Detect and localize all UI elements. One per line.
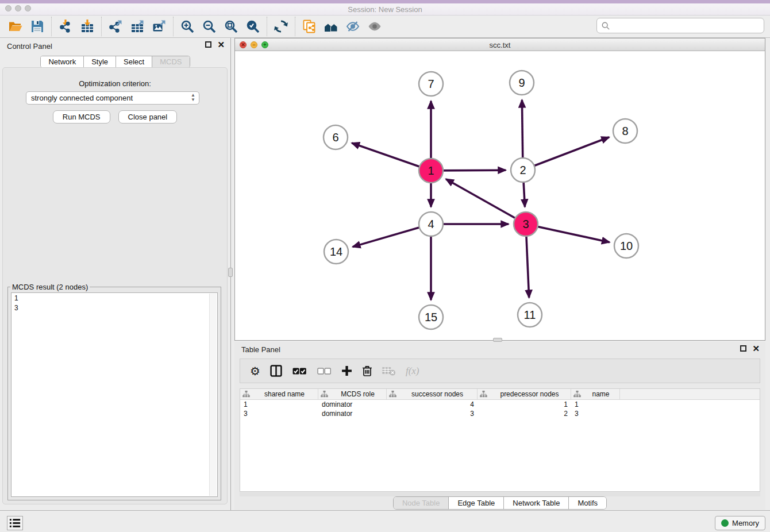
column-header-successor-nodes[interactable]: successor nodes xyxy=(387,389,478,399)
column-header-shared-name[interactable]: shared name xyxy=(240,389,318,399)
cell-MCDS-role[interactable]: dominator xyxy=(318,409,387,418)
search-icon xyxy=(602,22,610,30)
column-header-predecessor-nodes[interactable]: predecessor nodes xyxy=(478,389,571,399)
graph-node-1[interactable]: 1 xyxy=(419,159,443,183)
result-scrollbar[interactable] xyxy=(209,294,217,496)
import-table-button[interactable] xyxy=(76,17,98,36)
hierarchy-icon xyxy=(573,391,581,398)
search-input[interactable] xyxy=(613,21,759,30)
graph-node-3[interactable]: 3 xyxy=(514,212,538,236)
cell-shared-name[interactable]: 1 xyxy=(240,400,318,409)
mcds-result-group: MCDS result (2 nodes) 13 xyxy=(7,283,221,500)
edge-3-10[interactable] xyxy=(526,224,610,242)
import-network-button[interactable] xyxy=(55,17,76,36)
show-all-button[interactable] xyxy=(364,17,386,36)
export-table-icon xyxy=(130,20,144,33)
float-panel-icon[interactable] xyxy=(205,41,211,48)
table-tab-motifs[interactable]: Motifs xyxy=(569,497,606,509)
graph-node-9[interactable]: 9 xyxy=(510,71,534,95)
columns-button[interactable] xyxy=(270,365,282,377)
refresh-layout-button[interactable] xyxy=(270,17,292,36)
tab-select[interactable]: Select xyxy=(116,56,152,67)
search-field[interactable] xyxy=(596,18,764,33)
graph-node-15[interactable]: 15 xyxy=(419,305,443,329)
edge-2-8[interactable] xyxy=(523,137,609,170)
table-hscrollbar[interactable] xyxy=(240,492,760,496)
float-table-panel-icon[interactable] xyxy=(740,345,746,352)
cell-predecessor-nodes[interactable]: 2 xyxy=(478,409,571,418)
graph-node-11[interactable]: 11 xyxy=(518,303,542,327)
graph-node-8[interactable]: 8 xyxy=(613,119,637,143)
network-canvas[interactable]: 7968124314101511 xyxy=(235,51,765,340)
mcds-result-list[interactable]: 13 xyxy=(11,292,218,497)
memory-button[interactable]: Memory xyxy=(715,516,765,530)
graph-node-4[interactable]: 4 xyxy=(419,212,443,236)
run-mcds-button[interactable]: Run MCDS xyxy=(53,110,110,124)
node-table: shared nameMCDS rolesuccessor nodesprede… xyxy=(240,388,760,492)
column-header-name[interactable]: name xyxy=(571,389,620,399)
hierarchy-icon xyxy=(480,391,487,398)
cell-MCDS-role[interactable]: dominator xyxy=(318,400,387,409)
close-panel-button[interactable]: Close panel xyxy=(118,110,178,124)
cell-successor-nodes[interactable]: 3 xyxy=(387,409,478,418)
task-history-button[interactable] xyxy=(7,516,23,530)
export-table-button[interactable] xyxy=(126,17,148,36)
export-network-button[interactable] xyxy=(105,17,126,36)
gear-button[interactable]: ⚙ xyxy=(250,364,260,378)
cell-predecessor-nodes[interactable]: 1 xyxy=(478,400,571,409)
graph-node-2[interactable]: 2 xyxy=(511,158,535,182)
table-toolbar: ⚙f(x) xyxy=(240,358,760,383)
select-all-button[interactable] xyxy=(292,367,307,375)
delete-row-button[interactable] xyxy=(362,365,372,377)
close-table-panel-icon[interactable]: ✕ xyxy=(752,345,760,352)
memory-status-icon xyxy=(721,519,729,527)
window-title: Session: New Session xyxy=(0,5,770,14)
svg-text:10: 10 xyxy=(620,240,633,252)
zoom-out-button[interactable] xyxy=(198,17,220,36)
add-row-icon xyxy=(341,365,352,376)
table-row[interactable]: 3dominator323 xyxy=(240,409,760,418)
cell-name[interactable]: 1 xyxy=(571,400,620,409)
table-tab-node-table[interactable]: Node Table xyxy=(394,497,449,509)
table-tab-network-table[interactable]: Network Table xyxy=(504,497,569,509)
table-tab-edge-table[interactable]: Edge Table xyxy=(449,497,504,509)
table-row[interactable]: 1dominator411 xyxy=(240,400,760,409)
graph-node-7[interactable]: 7 xyxy=(419,72,443,96)
open-session-icon xyxy=(9,20,22,33)
horizontal-splitter-grip[interactable] xyxy=(493,338,502,342)
zoom-in-button[interactable] xyxy=(176,17,198,36)
close-panel-icon[interactable]: ✕ xyxy=(217,41,225,48)
tab-network[interactable]: Network xyxy=(41,56,84,67)
graph-node-14[interactable]: 14 xyxy=(324,240,348,264)
column-header-MCDS-role[interactable]: MCDS role xyxy=(318,389,387,399)
tab-mcds[interactable]: MCDS xyxy=(152,56,189,67)
graph-node-6[interactable]: 6 xyxy=(324,125,348,149)
optimization-criterion-select[interactable]: strongly connected component ▲▼ xyxy=(26,91,199,105)
tab-style[interactable]: Style xyxy=(84,56,116,67)
zoom-selected-button[interactable] xyxy=(242,17,264,36)
zoom-fit-button[interactable] xyxy=(220,17,242,36)
optimization-criterion-value: strongly connected component xyxy=(31,94,133,102)
hierarchy-icon xyxy=(389,391,396,398)
delete-table-button[interactable] xyxy=(382,366,396,376)
save-session-icon xyxy=(30,20,44,33)
function-button[interactable]: f(x) xyxy=(406,365,419,377)
export-image-button[interactable] xyxy=(148,17,170,36)
add-row-button[interactable] xyxy=(341,365,352,376)
new-network-from-selection-button[interactable] xyxy=(298,17,320,36)
cell-name[interactable]: 3 xyxy=(571,409,620,418)
graph-node-10[interactable]: 10 xyxy=(614,234,638,258)
edge-3-1[interactable] xyxy=(446,179,526,224)
hide-selected-button[interactable] xyxy=(342,17,364,36)
control-panel-tabs: NetworkStyleSelectMCDS xyxy=(0,56,230,68)
toolbar-separator xyxy=(295,17,295,36)
columns-icon xyxy=(270,365,282,377)
save-session-button[interactable] xyxy=(26,17,48,36)
control-panel-header: Control Panel ✕ xyxy=(0,38,230,54)
cell-shared-name[interactable]: 3 xyxy=(240,409,318,418)
deselect-all-button[interactable] xyxy=(317,367,332,375)
vertical-splitter-grip[interactable] xyxy=(228,268,233,277)
cell-successor-nodes[interactable]: 4 xyxy=(387,400,478,409)
first-neighbors-button[interactable] xyxy=(320,17,342,36)
open-session-button[interactable] xyxy=(5,17,26,36)
